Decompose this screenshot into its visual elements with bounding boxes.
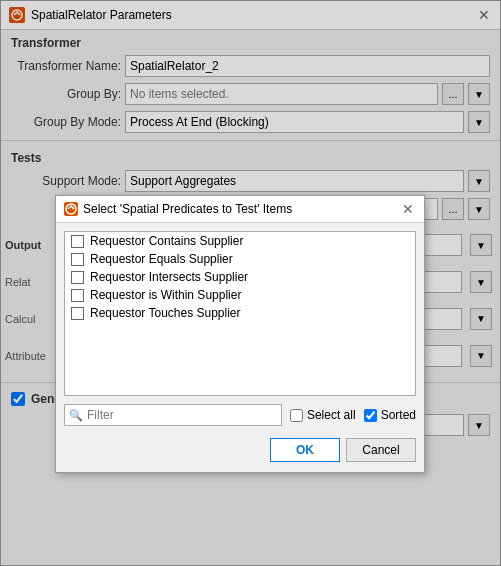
select-all-checkbox[interactable]: [290, 409, 303, 422]
item-checkbox-1[interactable]: [71, 253, 84, 266]
modal-overlay: Select 'Spatial Predicates to Test' Item…: [0, 0, 501, 566]
item-checkbox-4[interactable]: [71, 307, 84, 320]
item-checkbox-0[interactable]: [71, 235, 84, 248]
list-item[interactable]: Requestor Touches Supplier: [65, 304, 415, 322]
list-item[interactable]: Requestor Contains Supplier: [65, 232, 415, 250]
dialog-body: Requestor Contains Supplier Requestor Eq…: [56, 223, 424, 472]
item-label-2: Requestor Intersects Supplier: [90, 270, 248, 284]
dialog-title-text: Select 'Spatial Predicates to Test' Item…: [83, 202, 292, 216]
items-list: Requestor Contains Supplier Requestor Eq…: [64, 231, 416, 396]
item-label-3: Requestor is Within Supplier: [90, 288, 241, 302]
item-label-1: Requestor Equals Supplier: [90, 252, 233, 266]
dialog: Select 'Spatial Predicates to Test' Item…: [55, 195, 425, 473]
dialog-title-bar: Select 'Spatial Predicates to Test' Item…: [56, 196, 424, 223]
item-label-4: Requestor Touches Supplier: [90, 306, 241, 320]
dialog-title-left: Select 'Spatial Predicates to Test' Item…: [64, 202, 292, 216]
dialog-buttons: OK Cancel: [64, 434, 416, 464]
filter-row: 🔍 Select all Sorted: [64, 404, 416, 426]
item-label-0: Requestor Contains Supplier: [90, 234, 243, 248]
item-checkbox-2[interactable]: [71, 271, 84, 284]
dialog-close-button[interactable]: ✕: [400, 201, 416, 217]
list-item[interactable]: Requestor Equals Supplier: [65, 250, 415, 268]
item-checkbox-3[interactable]: [71, 289, 84, 302]
filter-search-icon: 🔍: [69, 409, 83, 422]
sorted-text: Sorted: [381, 408, 416, 422]
list-item[interactable]: Requestor is Within Supplier: [65, 286, 415, 304]
filter-input[interactable]: [87, 408, 277, 422]
sorted-checkbox[interactable]: [364, 409, 377, 422]
cancel-button[interactable]: Cancel: [346, 438, 416, 462]
ok-button[interactable]: OK: [270, 438, 340, 462]
dialog-app-icon: [64, 202, 78, 216]
sorted-label[interactable]: Sorted: [364, 408, 416, 422]
filter-input-wrapper: 🔍: [64, 404, 282, 426]
select-all-label[interactable]: Select all: [290, 408, 356, 422]
list-item[interactable]: Requestor Intersects Supplier: [65, 268, 415, 286]
select-all-text: Select all: [307, 408, 356, 422]
